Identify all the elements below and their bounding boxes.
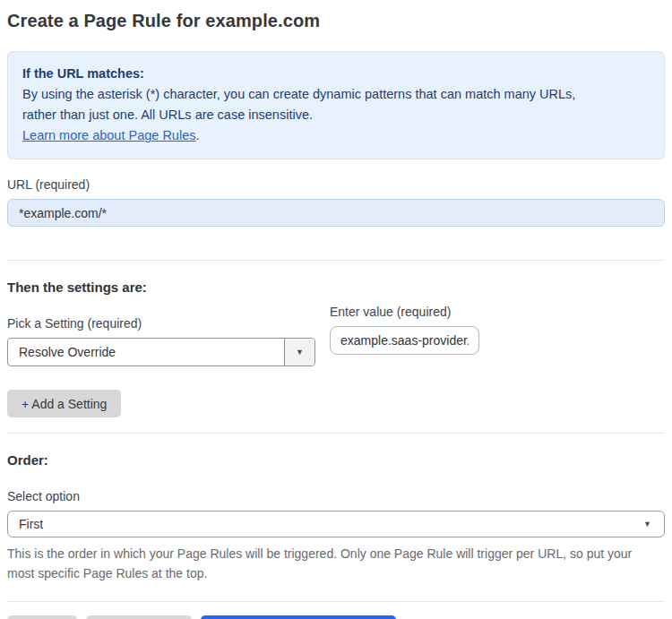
enter-value-label: Enter value (required) [330,305,479,319]
settings-heading: Then the settings are: [7,279,665,295]
setting-select-value: Resolve Override [8,339,284,365]
pick-setting-label: Pick a Setting (required) [7,316,315,331]
order-select[interactable]: First ▼ [7,511,665,537]
setting-select[interactable]: Resolve Override ▼ [7,338,315,366]
info-box-body: By using the asterisk (*) character, you… [22,84,610,125]
info-box-link-line: Learn more about Page Rules. [22,125,650,146]
setting-select-arrow-button[interactable]: ▼ [284,339,314,365]
pick-setting-column: Pick a Setting (required) Resolve Overri… [7,298,315,366]
url-match-info-box: If the URL matches: By using the asteris… [7,51,665,159]
learn-more-link[interactable]: Learn more about Page Rules [22,128,195,142]
chevron-down-icon: ▼ [643,520,651,529]
chevron-down-icon: ▼ [296,348,304,357]
link-period: . [195,128,199,142]
info-box-heading: If the URL matches: [22,64,650,84]
order-help-text: This is the order in which your Page Rul… [7,544,652,583]
order-heading: Order: [7,452,665,468]
setting-value-input[interactable] [330,326,479,355]
page-title: Create a Page Rule for example.com [7,0,665,31]
cancel-button[interactable]: Cancel [7,615,77,619]
divider [7,601,665,602]
divider [7,260,665,261]
order-select-value: First [19,517,643,531]
save-and-deploy-button[interactable]: Save and Deploy Page Rule [201,615,396,619]
setting-row: Pick a Setting (required) Resolve Overri… [7,298,665,366]
url-label: URL (required) [7,177,665,192]
url-input[interactable] [7,199,665,227]
divider [7,433,665,434]
save-as-draft-button[interactable]: Save as Draft [86,615,193,619]
enter-value-column: Enter value (required) [330,305,479,355]
add-setting-button[interactable]: + Add a Setting [7,390,121,417]
form-actions: Cancel Save as Draft Save and Deploy Pag… [7,615,665,619]
select-option-label: Select option [7,489,665,503]
